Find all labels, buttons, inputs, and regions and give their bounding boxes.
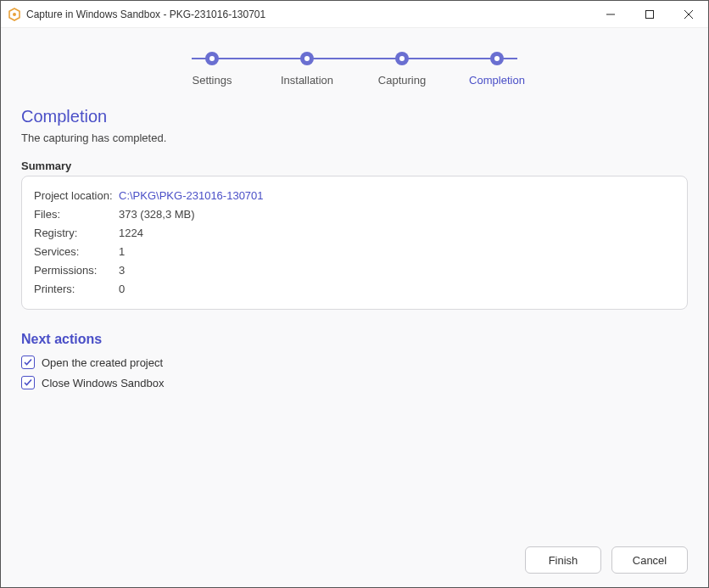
summary-row-printers: Printers: 0	[34, 280, 675, 299]
wizard-stepper: Settings Installation Capturing Completi…	[21, 52, 688, 87]
summary-row-files: Files: 373 (328,3 MB)	[34, 205, 675, 224]
window-controls	[591, 1, 708, 27]
page-subtitle: The capturing has completed.	[21, 132, 688, 144]
checkbox-label: Close Windows Sandbox	[42, 377, 165, 389]
step-label: Settings	[193, 74, 232, 87]
summary-row-permissions: Permissions: 3	[34, 261, 675, 280]
step-label: Capturing	[378, 74, 426, 87]
finish-button[interactable]: Finish	[525, 546, 601, 574]
close-button[interactable]	[669, 1, 708, 27]
cancel-button[interactable]: Cancel	[611, 546, 688, 574]
minimize-button[interactable]	[591, 1, 630, 27]
summary-row-services: Services: 1	[34, 243, 675, 261]
step-installation[interactable]: Installation	[273, 52, 341, 87]
summary-key: Permissions:	[34, 261, 119, 280]
footer: Finish Cancel	[21, 533, 688, 574]
step-dot-icon	[490, 52, 504, 65]
summary-box: Project location: C:\PKG\PKG-231016-1307…	[21, 176, 688, 310]
svg-rect-1	[646, 10, 654, 18]
step-dot-icon	[300, 52, 314, 65]
summary-value: 3	[119, 261, 125, 280]
step-dot-icon	[205, 52, 219, 65]
titlebar: Capture in Windows Sandbox - PKG-231016-…	[1, 1, 708, 28]
project-location-link[interactable]: C:\PKG\PKG-231016-130701	[119, 187, 264, 205]
maximize-button[interactable]	[630, 1, 669, 27]
step-dot-icon	[395, 52, 409, 65]
page-title: Completion	[21, 107, 688, 126]
next-actions-heading: Next actions	[21, 332, 688, 347]
summary-row-registry: Registry: 1224	[34, 224, 675, 243]
window-title: Capture in Windows Sandbox - PKG-231016-…	[26, 8, 591, 20]
summary-value: 1224	[119, 224, 143, 243]
step-capturing[interactable]: Capturing	[368, 52, 436, 87]
summary-key: Project location:	[34, 187, 119, 205]
summary-value: 1	[119, 243, 125, 261]
step-label: Installation	[281, 74, 333, 87]
summary-value: 0	[119, 280, 125, 299]
summary-key: Registry:	[34, 224, 119, 243]
content-area: Settings Installation Capturing Completi…	[1, 28, 708, 587]
step-settings[interactable]: Settings	[178, 52, 246, 87]
summary-key: Files:	[34, 205, 119, 224]
summary-heading: Summary	[21, 160, 688, 172]
step-label: Completion	[469, 74, 525, 87]
checkbox-icon	[21, 356, 35, 369]
summary-value: 373 (328,3 MB)	[119, 205, 195, 224]
app-icon	[8, 8, 21, 21]
svg-point-0	[13, 13, 16, 16]
summary-project-location: Project location: C:\PKG\PKG-231016-1307…	[34, 187, 675, 205]
step-completion[interactable]: Completion	[463, 52, 531, 87]
summary-key: Printers:	[34, 280, 119, 299]
checkbox-label: Open the created project	[42, 356, 163, 369]
checkbox-open-project[interactable]: Open the created project	[21, 356, 688, 369]
summary-key: Services:	[34, 243, 119, 261]
checkbox-icon	[21, 376, 35, 389]
checkbox-close-sandbox[interactable]: Close Windows Sandbox	[21, 376, 688, 389]
